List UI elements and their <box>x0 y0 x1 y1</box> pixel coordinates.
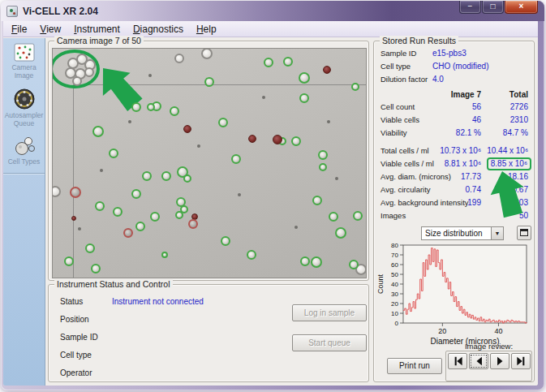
sample-id-value: e15-pbs3 <box>432 47 466 60</box>
sidebar: Camera Image Autosampler Queue <box>3 38 45 386</box>
result-row: Viable cells462310 <box>374 114 534 127</box>
camera-image-icon <box>13 43 36 62</box>
size-distribution-chart: 010203040506070802040CountDiameter (micr… <box>376 242 533 349</box>
result-row: Images50 <box>374 209 534 222</box>
autosampler-queue-icon <box>13 88 36 110</box>
viable-cell <box>142 171 152 181</box>
viable-cell <box>150 212 160 222</box>
viable-cell <box>349 260 359 269</box>
sidebar-item-cell-types[interactable]: Cell Types <box>3 131 45 170</box>
svg-text:0: 0 <box>395 320 399 327</box>
result-row: Avg. circularity0.740.67 <box>374 183 534 196</box>
viable-cell <box>109 149 118 158</box>
debris-speck <box>294 226 298 229</box>
viable-cell <box>161 171 171 181</box>
dilution-factor-label: Dilution factor <box>380 73 428 86</box>
viable-cell <box>91 264 101 274</box>
total-value: 18.16 <box>374 170 528 183</box>
next-image-button[interactable] <box>490 353 509 369</box>
viable-cell <box>351 83 359 91</box>
cell <box>201 48 213 59</box>
debris-speck <box>327 120 330 123</box>
minimize-button[interactable]: − <box>459 1 481 14</box>
dead-cell <box>273 135 282 144</box>
result-row: Viable cells / ml8.81 x 10⁶8.85 x 10⁶ <box>374 157 534 170</box>
chevron-down-icon[interactable]: ▼ <box>491 227 503 239</box>
print-run-button[interactable]: Print run <box>387 358 442 374</box>
camera-panel-title: Camera image 7 of 50 <box>54 36 144 45</box>
viable-cell <box>175 211 183 219</box>
result-row: Avg. diam. (microns)17.7318.16 <box>374 170 534 183</box>
window-body: FileViewInstrumentDiagnosticsHelp Camera… <box>3 21 538 386</box>
viable-cell <box>161 252 168 258</box>
sidebar-lower-panel <box>3 173 45 386</box>
debris-speck <box>197 144 200 148</box>
viable-cell <box>135 222 145 231</box>
sidebar-item-label: Cell Types <box>8 157 41 166</box>
skip-last-icon <box>516 356 527 366</box>
svg-text:20: 20 <box>391 300 398 308</box>
next-icon <box>495 356 505 366</box>
window-icon <box>520 229 528 236</box>
svg-text:Count: Count <box>376 274 385 295</box>
analysis-frame <box>73 84 367 278</box>
viable-cell <box>299 93 309 103</box>
dropdown-value: Size distribution <box>425 229 483 238</box>
log-in-sample-button[interactable]: Log in sample <box>292 304 367 321</box>
total-value: 2310 <box>374 114 528 127</box>
previous-image-button[interactable] <box>469 353 488 369</box>
camera-image[interactable] <box>52 48 367 278</box>
chart-popout-button[interactable] <box>517 226 531 240</box>
close-button[interactable]: × <box>505 1 538 14</box>
dead-cell <box>248 135 256 143</box>
maximize-button[interactable]: □ <box>482 1 504 14</box>
last-image-button[interactable] <box>511 353 531 369</box>
start-queue-button[interactable]: Start queue <box>292 334 367 351</box>
viable-cell <box>318 150 328 160</box>
sidebar-item-camera-image[interactable]: Camera Image <box>3 38 45 83</box>
viable-cell <box>64 256 74 266</box>
menu-item-diagnostics[interactable]: Diagnostics <box>127 22 190 37</box>
svg-text:50: 50 <box>391 271 398 278</box>
svg-text:40: 40 <box>494 327 502 335</box>
viable-cell <box>264 58 273 67</box>
viable-cell <box>231 154 241 164</box>
total-value: 2726 <box>374 101 528 114</box>
title-bar[interactable]: Vi-CELL XR 2.04 − □ × <box>1 1 544 21</box>
chart-type-dropdown[interactable]: Size distribution ▼ <box>421 226 504 240</box>
first-image-button[interactable] <box>448 353 467 369</box>
viable-cell <box>291 136 301 146</box>
main-area: Camera image 7 of 50 Instrument Status a… <box>45 38 538 386</box>
svg-text:30: 30 <box>391 291 398 298</box>
sidebar-item-autosampler-queue[interactable]: Autosampler Queue <box>3 83 45 131</box>
viable-cell <box>283 57 293 67</box>
viable-cell <box>92 126 104 137</box>
total-value: 50 <box>374 209 528 222</box>
camera-image-panel: Camera image 7 of 50 <box>48 41 369 281</box>
previous-icon <box>474 356 484 366</box>
dead-cell-ring <box>123 228 133 238</box>
viable-cell <box>204 77 214 87</box>
svg-text:60: 60 <box>391 261 398 269</box>
menu-item-view[interactable]: View <box>33 22 67 37</box>
image-review-label: Image review: <box>446 342 531 351</box>
svg-text:10: 10 <box>391 310 398 317</box>
menu-item-instrument[interactable]: Instrument <box>67 22 127 37</box>
debris-speck <box>238 193 241 196</box>
viable-cell <box>300 256 310 266</box>
svg-text:70: 70 <box>391 252 398 259</box>
sidebar-item-label: Camera Image <box>11 63 36 80</box>
cell-type-label: Cell type <box>60 347 92 364</box>
cell <box>174 54 184 63</box>
debris-speck <box>128 120 131 123</box>
viable-cell <box>319 163 327 171</box>
viable-cell <box>147 103 155 111</box>
skip-first-icon <box>453 356 463 366</box>
menu-item-file[interactable]: File <box>5 22 33 37</box>
highlighted-value-box: 8.85 x 10⁶ <box>487 157 531 170</box>
cell-type-label: Cell type <box>380 60 411 73</box>
svg-text:20: 20 <box>438 327 446 335</box>
sidebar-item-label: Autosampler Queue <box>5 111 44 127</box>
total-value: 203 <box>374 196 528 209</box>
menu-item-help[interactable]: Help <box>190 22 223 37</box>
